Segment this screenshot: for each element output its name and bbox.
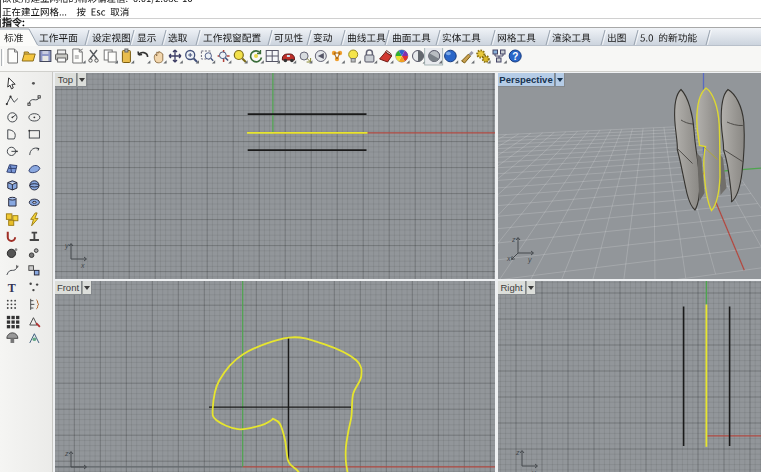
svg-text:y: y (531, 469, 536, 472)
svg-text:z: z (64, 450, 69, 457)
svg-text:?: ? (512, 51, 518, 62)
svg-text:T: T (8, 281, 16, 295)
svg-text:y: y (64, 242, 69, 250)
svg-text:z: z (515, 449, 520, 456)
svg-text:z: z (511, 236, 516, 243)
svg-text:x: x (80, 262, 85, 269)
svg-text:x: x (506, 255, 511, 262)
svg-text:y: y (527, 256, 532, 264)
